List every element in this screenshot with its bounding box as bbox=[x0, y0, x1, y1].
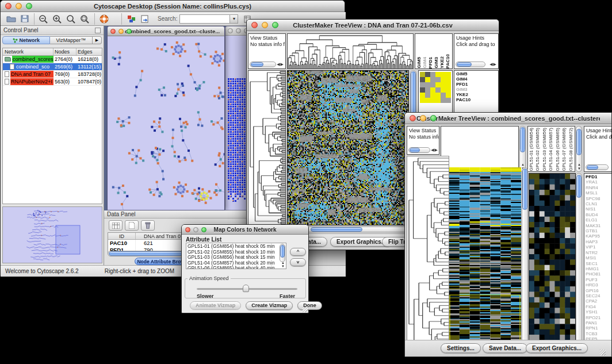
tab-vizmapper[interactable]: VizMapper™ bbox=[50, 36, 93, 44]
zoom-in-icon[interactable] bbox=[51, 13, 64, 25]
tv1-row-dendrogram-canvas[interactable] bbox=[248, 71, 285, 225]
zoom-button[interactable] bbox=[127, 29, 132, 34]
move-down-button[interactable]: v bbox=[290, 258, 306, 266]
save-data-button[interactable]: Save Data... bbox=[483, 343, 527, 353]
tv1-status-hscrollbar[interactable] bbox=[250, 62, 276, 67]
zoom-selected-icon[interactable] bbox=[78, 13, 92, 25]
id-column-header[interactable]: ID bbox=[108, 233, 136, 239]
network-overview-canvas[interactable] bbox=[3, 207, 102, 263]
tv2-gene-label[interactable]: HMG1 bbox=[586, 266, 611, 271]
tv1-row-label[interactable]: PFD1 bbox=[456, 82, 498, 87]
network-row[interactable]: combined_scores2764(0)16218(0) bbox=[3, 56, 102, 63]
tv2-heatmap-vscrollbar[interactable]: ▲▼ bbox=[522, 167, 528, 351]
tab-network[interactable]: Network bbox=[2, 36, 50, 44]
tv2-gene-label[interactable]: KAP95 bbox=[586, 233, 611, 239]
tv2-gene-label[interactable]: ELG1 bbox=[586, 217, 611, 223]
zoom-fit-icon[interactable] bbox=[64, 13, 78, 25]
close-button[interactable] bbox=[185, 227, 190, 232]
tv2-gene-label[interactable]: PUF3 bbox=[586, 277, 611, 282]
new-attribute-icon[interactable] bbox=[125, 220, 139, 231]
create-vizmap-button[interactable]: Create Vizmap bbox=[246, 301, 293, 310]
resize-grip[interactable] bbox=[303, 307, 308, 312]
tv1-hints-scroll-arrows[interactable]: ◀▶ bbox=[489, 62, 497, 67]
attribute-table-icon[interactable] bbox=[109, 220, 123, 231]
attribute-list-scroll-arrows[interactable]: ▲▼ bbox=[281, 261, 285, 268]
tv2-gene-label[interactable]: GTB1 bbox=[586, 228, 611, 233]
zoom-out-icon[interactable] bbox=[37, 13, 51, 25]
minimize-button[interactable] bbox=[262, 22, 268, 28]
tv2-gene-label[interactable]: MAK31 bbox=[586, 223, 611, 228]
minimize-button[interactable] bbox=[16, 3, 22, 9]
tv2-zoom-canvas[interactable] bbox=[529, 174, 575, 351]
tv2-gene-label[interactable]: SPC98 bbox=[586, 196, 611, 201]
tv2-status-scroll-arrows[interactable]: ◀▶ bbox=[431, 148, 438, 152]
network-row[interactable]: RNAPuberNov2+I563(0)107847(0) bbox=[3, 78, 102, 86]
tv2-coldendro-vscrollbar[interactable]: ▲▼ bbox=[519, 126, 526, 172]
tv2-heatmap-canvas[interactable] bbox=[449, 167, 521, 351]
delete-attribute-icon[interactable] bbox=[141, 220, 155, 231]
close-button[interactable] bbox=[251, 22, 258, 28]
tv2-gene-label[interactable]: CLN1 bbox=[586, 201, 611, 206]
save-icon[interactable] bbox=[18, 13, 32, 25]
network-row[interactable]: DNA and Tran 07769(0)183728(0) bbox=[3, 71, 102, 78]
tv2-gene-label[interactable]: CPA2 bbox=[586, 298, 611, 304]
tv1-heatmap-canvas[interactable] bbox=[288, 71, 408, 225]
tv2-gene-label[interactable]: HAP3 bbox=[586, 239, 611, 244]
zoom-button[interactable] bbox=[272, 22, 278, 28]
tv2-gene-label[interactable]: BUD4 bbox=[586, 212, 611, 217]
tv2-gene-label[interactable]: NIS1 bbox=[586, 206, 611, 212]
tv2-gene-label[interactable]: TCB3 bbox=[586, 331, 611, 336]
tv2-gene-label[interactable]: HRD3 bbox=[586, 282, 611, 288]
help-lifesaver-icon[interactable] bbox=[97, 13, 111, 25]
open-folder-icon[interactable] bbox=[4, 13, 18, 25]
tv2-collabels-vscrollbar[interactable]: ▲▼ bbox=[576, 126, 582, 172]
network-canvas[interactable] bbox=[108, 36, 224, 210]
tv2-gene-label[interactable]: VIP1 bbox=[586, 244, 611, 250]
search-input[interactable] bbox=[179, 14, 230, 24]
tv1-hints-hscrollbar[interactable] bbox=[456, 62, 485, 67]
tv2-gene-label[interactable]: GPI16 bbox=[586, 288, 611, 293]
tv1-row-label[interactable]: PAC10 bbox=[456, 97, 498, 102]
tv2-gene-label[interactable]: MSI1 bbox=[586, 255, 611, 260]
tv2-gene-label[interactable]: RNR4 bbox=[586, 185, 611, 190]
tv1-row-label[interactable]: YKE2 bbox=[456, 92, 498, 97]
tv2-row-dendrogram-canvas[interactable] bbox=[407, 156, 449, 351]
done-button[interactable]: Done bbox=[297, 301, 322, 310]
tv2-gene-label[interactable]: PFD1 bbox=[586, 174, 611, 179]
tv2-gene-label[interactable]: NTR2 bbox=[586, 250, 611, 255]
tv2-gene-label[interactable]: PHO81 bbox=[586, 271, 611, 277]
tv1-col-dendrogram-canvas[interactable] bbox=[288, 34, 413, 68]
export-graphics-button[interactable]: Export Graphics... bbox=[526, 343, 588, 353]
resize-grip[interactable] bbox=[600, 350, 606, 355]
attribute-list-item[interactable]: GPL51-06 (GSM865) heat shock 40 min bbox=[188, 266, 285, 269]
minimize-button[interactable] bbox=[118, 29, 124, 34]
close-button[interactable] bbox=[5, 3, 12, 9]
tv2-gene-label[interactable]: SEC24 bbox=[586, 293, 611, 298]
tv2-col-dendrogram-panel[interactable] bbox=[441, 126, 519, 172]
tv2-gene-label[interactable]: PAN1 bbox=[586, 320, 611, 325]
vizmapper-icon[interactable] bbox=[124, 13, 138, 25]
treeview2-titlebar[interactable]: ClusterMaker TreeView : combined_scores_… bbox=[405, 113, 611, 124]
minimize-button[interactable] bbox=[193, 227, 198, 232]
tv2-gene-label[interactable]: YSH1 bbox=[586, 309, 611, 315]
tv2-collabels-scroll-arrows[interactable]: ▲▼ bbox=[577, 163, 581, 171]
tab-overflow-arrow[interactable]: ▶ bbox=[93, 36, 102, 44]
network-view-titlebar[interactable]: combined_scores_good.txt--cluste... bbox=[108, 26, 224, 36]
close-button[interactable] bbox=[410, 115, 416, 121]
settings-button[interactable]: Settings... bbox=[441, 343, 481, 353]
float-panel-icon[interactable] bbox=[95, 28, 101, 33]
search-dropdown-button[interactable]: ▼ bbox=[230, 14, 238, 24]
move-up-button[interactable]: ^ bbox=[290, 248, 306, 256]
tv2-genes-vscrollbar[interactable]: ▲▼ bbox=[576, 173, 582, 351]
tv1-row-label[interactable]: GIM3 bbox=[456, 87, 498, 92]
minimize-button[interactable] bbox=[420, 115, 426, 121]
tv2-hints-hscrollbar[interactable] bbox=[586, 164, 609, 170]
tv2-gene-label[interactable]: MSL1 bbox=[586, 190, 611, 196]
zoom-button[interactable] bbox=[201, 227, 206, 232]
attribute-list-vscrollbar[interactable] bbox=[280, 244, 285, 262]
zoom-button[interactable] bbox=[430, 115, 437, 121]
tv1-row-label[interactable]: GIM4 bbox=[456, 76, 498, 82]
tv2-gene-label[interactable]: YRA1 bbox=[586, 179, 611, 185]
tv2-gene-label[interactable]: RPN1 bbox=[586, 325, 611, 331]
zoom-button[interactable] bbox=[26, 3, 32, 9]
